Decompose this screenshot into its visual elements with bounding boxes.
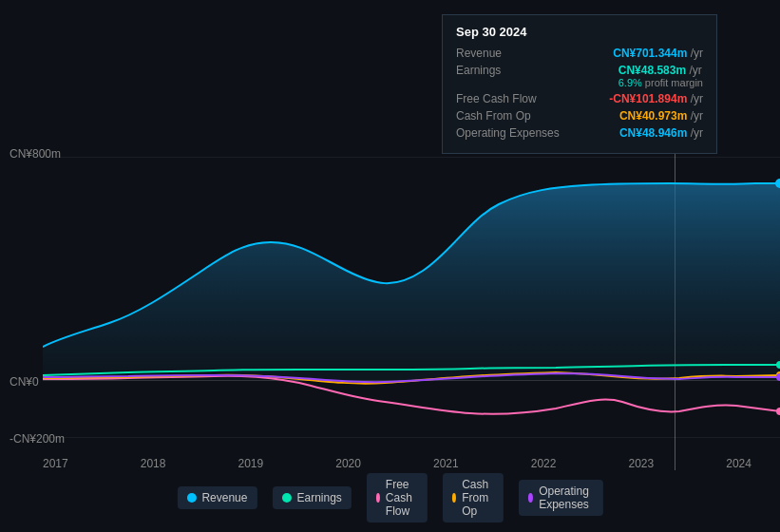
tooltip-label-cashop: Cash From Op [456,109,570,123]
tooltip-box: Sep 30 2024 Revenue CN¥701.344m /yr Earn… [442,14,717,154]
tooltip-label-fcf: Free Cash Flow [456,92,570,105]
tooltip-value-cashop: CN¥40.973m /yr [619,109,703,123]
legend-label-fcf: Free Cash Flow [386,478,418,518]
legend-label-revenue: Revenue [201,491,247,504]
legend-dot-revenue [186,493,196,503]
tooltip-label-opex: Operating Expenses [456,126,570,140]
x-label-2024: 2024 [726,457,751,470]
x-label-2018: 2018 [141,457,166,470]
tooltip-earnings-block: CN¥48.583m /yr 6.9% profit margin [618,64,703,88]
legend-item-revenue[interactable]: Revenue [177,486,257,509]
legend-dot-opex [528,493,533,503]
tooltip-row-opex: Operating Expenses CN¥48.946m /yr [456,126,703,140]
x-labels: 2017 2018 2019 2020 2021 2022 2023 2024 [0,457,780,470]
chart-svg [43,147,780,442]
tooltip-row-fcf: Free Cash Flow -CN¥101.894m /yr [456,92,703,105]
legend-label-opex: Operating Expenses [539,484,593,511]
legend-item-earnings[interactable]: Earnings [272,486,351,509]
x-label-2021: 2021 [433,457,459,470]
legend-dot-earnings [281,493,291,503]
chart-container: Sep 30 2024 Revenue CN¥701.344m /yr Earn… [0,0,780,532]
legend-label-earnings: Earnings [296,491,341,504]
tooltip-value-opex: CN¥48.946m /yr [619,126,703,140]
x-label-2020: 2020 [335,457,361,470]
tooltip-value-revenue: CN¥701.344m /yr [613,47,703,60]
legend-item-cashop[interactable]: Cash From Op [443,473,504,522]
legend-item-opex[interactable]: Operating Expenses [519,480,603,516]
x-label-2019: 2019 [238,457,264,470]
tooltip-date: Sep 30 2024 [456,25,703,39]
legend-item-fcf[interactable]: Free Cash Flow [367,473,428,522]
revenue-area [43,183,780,380]
x-label-2023: 2023 [629,457,655,470]
tooltip-row-revenue: Revenue CN¥701.344m /yr [456,47,703,60]
tooltip-row-earnings: Earnings CN¥48.583m /yr 6.9% profit marg… [456,64,703,88]
tooltip-value-fcf: -CN¥101.894m /yr [609,92,703,105]
tooltip-label-earnings: Earnings [456,64,570,77]
tooltip-row-cashop: Cash From Op CN¥40.973m /yr [456,109,703,123]
tooltip-value-earnings: CN¥48.583m /yr [618,64,703,77]
fcf-dot [776,408,780,415]
legend-dot-cashop [452,493,456,503]
x-label-2022: 2022 [531,457,557,470]
tooltip-label-revenue: Revenue [456,47,570,60]
y-label-zero: CN¥0 [10,375,39,389]
legend-dot-fcf [376,493,380,503]
tooltip-profit-margin: 6.9% profit margin [618,77,703,88]
legend-label-cashop: Cash From Op [462,478,494,518]
x-label-2017: 2017 [43,457,68,470]
legend: Revenue Earnings Free Cash Flow Cash Fro… [177,473,602,522]
